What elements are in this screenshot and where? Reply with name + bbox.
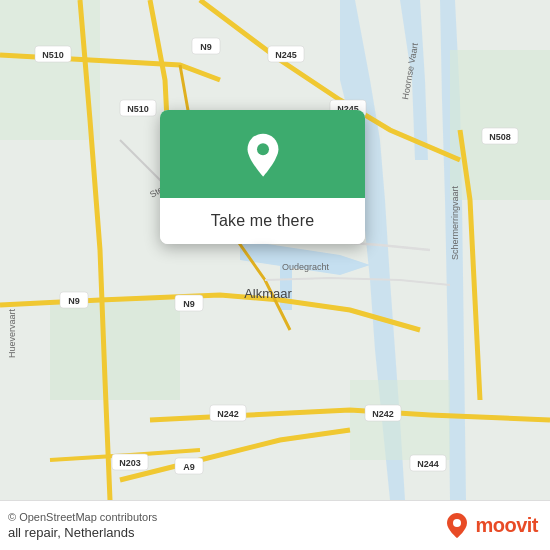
svg-text:N510: N510 [42, 50, 64, 60]
map-background: N510 N510 N9 N245 N245 N9 N9 N508 N242 N… [0, 0, 550, 500]
svg-text:N9: N9 [200, 42, 212, 52]
location-label: all repair, Netherlands [8, 525, 157, 540]
svg-point-38 [453, 519, 461, 527]
popup-green-area [160, 110, 365, 198]
svg-text:N242: N242 [372, 409, 394, 419]
svg-text:N245: N245 [275, 50, 297, 60]
moovit-brand-text: moovit [475, 514, 538, 537]
svg-rect-2 [50, 300, 180, 400]
svg-text:Alkmaar: Alkmaar [244, 286, 292, 301]
svg-text:Schermerringvaart: Schermerringvaart [450, 185, 460, 260]
take-me-there-button[interactable]: Take me there [160, 198, 365, 244]
svg-text:N244: N244 [417, 459, 439, 469]
osm-attribution: © OpenStreetMap contributors [8, 511, 157, 523]
svg-point-37 [257, 143, 269, 155]
svg-text:Oudegracht: Oudegracht [282, 262, 330, 272]
location-pin-icon [239, 132, 287, 180]
popup-card: Take me there [160, 110, 365, 244]
svg-text:A9: A9 [183, 462, 195, 472]
svg-text:N510: N510 [127, 104, 149, 114]
bottom-bar: © OpenStreetMap contributors all repair,… [0, 500, 550, 550]
map-container: N510 N510 N9 N245 N245 N9 N9 N508 N242 N… [0, 0, 550, 500]
svg-text:N242: N242 [217, 409, 239, 419]
svg-text:N9: N9 [183, 299, 195, 309]
svg-text:N9: N9 [68, 296, 80, 306]
svg-text:Huevervaart: Huevervaart [7, 308, 17, 358]
moovit-pin-icon [445, 512, 469, 540]
svg-text:N508: N508 [489, 132, 511, 142]
moovit-logo: moovit [445, 512, 538, 540]
svg-text:N203: N203 [119, 458, 141, 468]
